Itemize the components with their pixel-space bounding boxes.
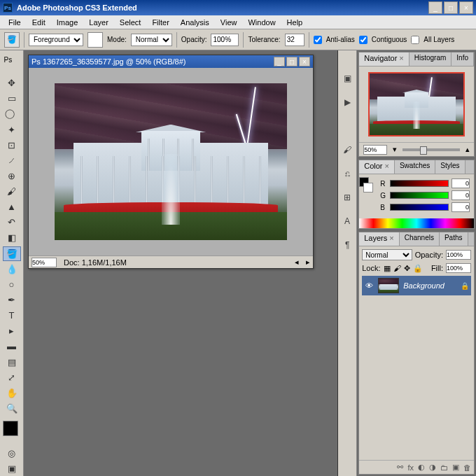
g-input[interactable] (451, 190, 470, 200)
delete-layer-icon[interactable]: 🗑 (463, 463, 471, 472)
menu-layer[interactable]: Layer (83, 17, 114, 28)
foreground-color-swatch[interactable] (3, 421, 18, 436)
zoom-tool[interactable]: 🔍 (3, 401, 21, 416)
mode-select[interactable]: Normal (131, 34, 172, 46)
brush-tool[interactable]: 🖌 (3, 184, 21, 199)
g-slider[interactable] (390, 192, 449, 199)
menu-window[interactable]: Window (242, 17, 281, 28)
layer-mask-icon[interactable]: ◐ (418, 463, 425, 472)
tab-swatches[interactable]: Swatches (395, 160, 435, 174)
lock-pixels-icon[interactable]: 🖌 (393, 264, 401, 272)
menu-image[interactable]: Image (51, 17, 84, 28)
menu-edit[interactable]: Edit (27, 17, 51, 28)
lock-position-icon[interactable]: ✥ (404, 264, 410, 273)
tab-layers[interactable]: Layers× (359, 232, 399, 246)
shape-tool[interactable]: ▬ (3, 339, 21, 354)
type-tool[interactable]: T (3, 308, 21, 323)
stamp-tool[interactable]: ▲ (3, 200, 21, 214)
zoom-in-icon[interactable]: ▴ (465, 145, 470, 154)
toolpresets-panel-icon[interactable]: ⊞ (340, 190, 354, 204)
navigator-zoom-input[interactable] (363, 145, 387, 155)
new-layer-icon[interactable]: ▣ (452, 463, 459, 472)
layer-row[interactable]: 👁 Background 🔒 (362, 276, 471, 295)
doc-zoom-input[interactable] (31, 258, 57, 267)
brushes-panel-icon[interactable]: 🖌 (340, 143, 354, 157)
notes-tool[interactable]: ▤ (3, 354, 21, 369)
lasso-tool[interactable]: ⃝ (3, 106, 21, 121)
minimize-button[interactable]: _ (428, 1, 442, 14)
blend-mode-select[interactable]: Normal (362, 249, 412, 260)
menu-filter[interactable]: Filter (146, 17, 174, 28)
tab-info[interactable]: Info (451, 52, 474, 66)
paint-bucket-tool[interactable]: 🪣 (3, 246, 21, 261)
history-brush-tool[interactable]: ↶ (3, 215, 21, 230)
hand-tool[interactable]: ✋ (3, 386, 21, 400)
tolerance-input[interactable] (285, 34, 304, 46)
layer-style-icon[interactable]: fx (407, 463, 414, 472)
tab-channels[interactable]: Channels (400, 232, 440, 246)
wand-tool[interactable]: ✦ (3, 122, 21, 137)
menu-file[interactable]: File (3, 17, 27, 28)
r-input[interactable] (451, 178, 470, 188)
lock-transparency-icon[interactable]: ▦ (384, 264, 391, 273)
fill-source-select[interactable]: Foreground (29, 34, 83, 46)
menu-select[interactable]: Select (114, 17, 147, 28)
contiguous-checkbox[interactable] (359, 36, 368, 44)
adjustment-layer-icon[interactable]: ◑ (429, 463, 436, 472)
navigator-zoom-slider[interactable] (402, 148, 460, 151)
b-input[interactable] (451, 202, 470, 212)
navigator-thumbnail[interactable] (368, 72, 465, 136)
layer-opacity-input[interactable] (446, 250, 471, 260)
path-select-tool[interactable]: ▸ (3, 323, 21, 338)
alllayers-checkbox[interactable] (411, 36, 419, 44)
pattern-swatch[interactable] (88, 32, 103, 48)
opacity-input[interactable] (211, 34, 239, 46)
marquee-tool[interactable]: ▭ (3, 91, 21, 106)
group-icon[interactable]: 🗀 (440, 463, 448, 472)
link-layers-icon[interactable]: ⚯ (397, 463, 403, 472)
visibility-icon[interactable]: 👁 (364, 281, 374, 290)
zoom-out-icon[interactable]: ▾ (393, 145, 397, 154)
paragraph-panel-icon[interactable]: ¶ (340, 238, 354, 252)
tab-navigator[interactable]: Navigator× (359, 52, 410, 66)
paint-bucket-icon[interactable]: 🪣 (4, 32, 20, 48)
move-tool[interactable]: ✥ (3, 76, 21, 90)
character-panel-icon[interactable]: A (340, 214, 354, 228)
antialias-checkbox[interactable] (314, 36, 322, 44)
doc-close-button[interactable]: × (299, 57, 310, 66)
fill-input[interactable] (446, 263, 471, 273)
history-panel-icon[interactable]: ▣ (340, 71, 354, 85)
maximize-button[interactable]: □ (444, 1, 458, 14)
screenmode-tool[interactable]: ▣ (3, 461, 21, 476)
dodge-tool[interactable]: ○ (3, 277, 21, 292)
color-spectrum[interactable] (359, 218, 474, 228)
quickmask-tool[interactable]: ◎ (3, 446, 21, 461)
crop-tool[interactable]: ⊡ (3, 138, 21, 153)
r-slider[interactable] (390, 180, 449, 187)
menu-view[interactable]: View (215, 17, 243, 28)
tab-histogram[interactable]: Histogram (410, 52, 452, 66)
actions-panel-icon[interactable]: ▶ (340, 95, 354, 109)
b-slider[interactable] (390, 204, 449, 211)
pen-tool[interactable]: ✒ (3, 293, 21, 307)
slice-tool[interactable]: ⟋ (3, 153, 21, 168)
clone-panel-icon[interactable]: ⎌ (340, 167, 354, 181)
menu-analysis[interactable]: Analysis (175, 17, 215, 28)
scroll-right-icon[interactable]: ▸ (306, 258, 310, 267)
document-titlebar[interactable]: Ps 1367265_36359577.jpg @ 50% (RGB/8#) _… (29, 55, 313, 68)
color-bg-swatch[interactable] (363, 183, 373, 192)
canvas[interactable] (29, 68, 313, 255)
doc-minimize-button[interactable]: _ (274, 57, 285, 66)
lock-all-icon[interactable]: 🔒 (413, 264, 423, 273)
menu-help[interactable]: Help (281, 17, 309, 28)
tab-styles[interactable]: Styles (435, 160, 465, 174)
doc-maximize-button[interactable]: □ (286, 57, 298, 66)
scroll-left-icon[interactable]: ◂ (295, 258, 299, 267)
heal-tool[interactable]: ⊕ (3, 169, 21, 183)
eyedropper-tool[interactable]: ⤢ (3, 370, 21, 385)
tab-paths[interactable]: Paths (440, 232, 468, 246)
blur-tool[interactable]: 💧 (3, 262, 21, 276)
eraser-tool[interactable]: ◧ (3, 230, 21, 245)
close-button[interactable]: × (459, 1, 473, 14)
tab-color[interactable]: Color× (359, 160, 395, 174)
